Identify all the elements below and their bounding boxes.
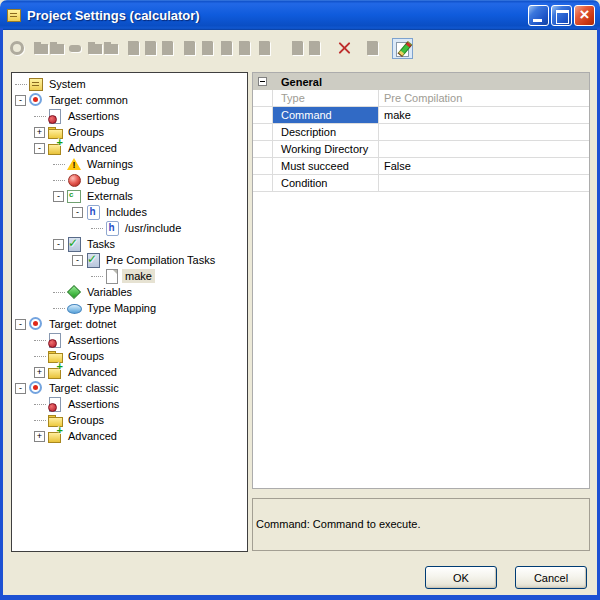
document-icon	[182, 40, 199, 57]
collapse-expander-icon[interactable]: -	[15, 95, 26, 106]
toolbar-add-item-3-button[interactable]	[160, 40, 177, 57]
close-button[interactable]	[574, 5, 595, 26]
collapse-expander-icon[interactable]: -	[72, 207, 83, 218]
property-label-command[interactable]: Command	[273, 107, 379, 123]
tree-connector-line	[53, 164, 65, 165]
minimize-button[interactable]	[528, 5, 549, 26]
toolbar-add-folder-3-button[interactable]	[87, 40, 104, 57]
toolbar-add-item-5-button[interactable]	[200, 40, 217, 57]
tree-item-warnings[interactable]: Warnings	[12, 156, 247, 172]
tree-item-assertions[interactable]: Assertions	[12, 332, 247, 348]
tree-item-tasks[interactable]: -Tasks	[12, 236, 247, 252]
tree-item-assertions[interactable]: Assertions	[12, 396, 247, 412]
tree-item-label: Target: common	[46, 93, 131, 107]
toolbar-import-button[interactable]	[365, 40, 382, 57]
toolbar-paste-button[interactable]	[307, 40, 324, 57]
toolbar-edit-button[interactable]	[392, 38, 413, 59]
tree-item-groups[interactable]: Groups	[12, 348, 247, 364]
toolbar-add-item-1-button[interactable]	[126, 40, 143, 57]
tree-item-type-mapping[interactable]: Type Mapping	[12, 300, 247, 316]
maximize-button[interactable]	[551, 5, 572, 26]
toolbar-add-folder-1-button[interactable]	[33, 40, 50, 57]
cancel-button[interactable]: Cancel	[515, 566, 587, 589]
tree-item-target-common[interactable]: -Target: common	[12, 92, 247, 108]
document-icon	[160, 40, 177, 57]
tree-item-advanced[interactable]: -Advanced	[12, 140, 247, 156]
property-value-working-directory[interactable]	[379, 141, 589, 157]
tree-indent-slot: -	[32, 140, 47, 156]
expand-expander-icon[interactable]: +	[34, 127, 45, 138]
ok-button[interactable]: OK	[425, 566, 497, 589]
collapse-expander-icon[interactable]: -	[53, 191, 64, 202]
tree-item-variables[interactable]: Variables	[12, 284, 247, 300]
tree-item-system[interactable]: System	[12, 76, 247, 92]
tree-indent-slot: +	[32, 124, 47, 140]
property-value-description[interactable]	[379, 124, 589, 140]
toolbar-new-item-button[interactable]	[9, 40, 26, 57]
toolbar-add-item-7-button[interactable]	[237, 40, 254, 57]
expand-expander-icon[interactable]: +	[34, 431, 45, 442]
tree-item-label: Groups	[65, 349, 107, 363]
titlebar: Project Settings (calculator)	[0, 0, 600, 30]
tree-item-includes[interactable]: -Includes	[12, 204, 247, 220]
tree-item-pre-compilation-tasks[interactable]: -Pre Compilation Tasks	[12, 252, 247, 268]
collapse-category-icon[interactable]	[258, 77, 267, 86]
property-label-must-succeed[interactable]: Must succeed	[273, 158, 379, 174]
property-value-command[interactable]: make	[379, 107, 589, 123]
property-row-margin	[253, 124, 273, 140]
tree-item-assertions[interactable]: Assertions	[12, 108, 247, 124]
tree-item-groups[interactable]: +Groups	[12, 124, 247, 140]
tree-indent-slot	[32, 348, 47, 364]
document-icon	[257, 40, 274, 57]
tree-item-advanced[interactable]: +Advanced	[12, 364, 247, 380]
tree-item-label: Advanced	[65, 141, 120, 155]
toolbar-add-folder-4-button[interactable]	[103, 40, 120, 57]
toolbar-add-folder-2-button[interactable]	[49, 40, 66, 57]
tree-indent-slot	[89, 268, 104, 284]
tree-item-groups[interactable]: Groups	[12, 412, 247, 428]
collapse-expander-icon[interactable]: -	[15, 383, 26, 394]
toolbar-add-variable-button[interactable]	[69, 40, 86, 57]
tree-item-label: Groups	[65, 413, 107, 427]
tree-indent-slot	[51, 156, 66, 172]
toolbar-add-item-4-button[interactable]	[182, 40, 199, 57]
document-icon	[290, 40, 307, 57]
expand-expander-icon[interactable]: +	[34, 367, 45, 378]
toolbar-add-item-2-button[interactable]	[143, 40, 160, 57]
project-settings-window: Project Settings (calculator) System-Tar…	[0, 0, 600, 600]
tree-item-externals[interactable]: -Externals	[12, 188, 247, 204]
category-title: General	[281, 76, 322, 88]
tree-item-advanced[interactable]: +Advanced	[12, 428, 247, 444]
tree-item-label: Target: classic	[46, 381, 122, 395]
property-value-type[interactable]: Pre Compilation	[379, 90, 589, 106]
toolbar-add-item-6-button[interactable]	[219, 40, 236, 57]
property-value-condition[interactable]	[379, 175, 589, 191]
property-row-type: TypePre Compilation	[253, 90, 589, 107]
collapse-expander-icon[interactable]: -	[34, 143, 45, 154]
folder-icon	[49, 40, 66, 57]
tree-item-label: make	[122, 269, 155, 283]
tree-item-target-dotnet[interactable]: -Target: dotnet	[12, 316, 247, 332]
toolbar-delete-button[interactable]	[336, 40, 353, 57]
toolbar-copy-button[interactable]	[290, 40, 307, 57]
property-value-must-succeed[interactable]: False	[379, 158, 589, 174]
document-icon	[237, 40, 254, 57]
toolbar-add-item-8-button[interactable]	[257, 40, 274, 57]
property-label-condition[interactable]: Condition	[273, 175, 379, 191]
property-label-working-directory[interactable]: Working Directory	[273, 141, 379, 157]
warning-icon	[66, 156, 82, 172]
collapse-expander-icon[interactable]: -	[15, 319, 26, 330]
tree-item-usr-include[interactable]: /usr/include	[12, 220, 247, 236]
target-icon	[28, 92, 44, 108]
tree-item-make[interactable]: make	[12, 268, 247, 284]
property-label-description[interactable]: Description	[273, 124, 379, 140]
tree-item-target-classic[interactable]: -Target: classic	[12, 380, 247, 396]
document-icon	[219, 40, 236, 57]
collapse-expander-icon[interactable]: -	[53, 239, 64, 250]
collapse-expander-icon[interactable]: -	[72, 255, 83, 266]
folder-icon	[103, 40, 120, 57]
tree-item-debug[interactable]: Debug	[12, 172, 247, 188]
target-icon	[28, 380, 44, 396]
property-label-type[interactable]: Type	[273, 90, 379, 106]
folder-icon	[33, 40, 50, 57]
